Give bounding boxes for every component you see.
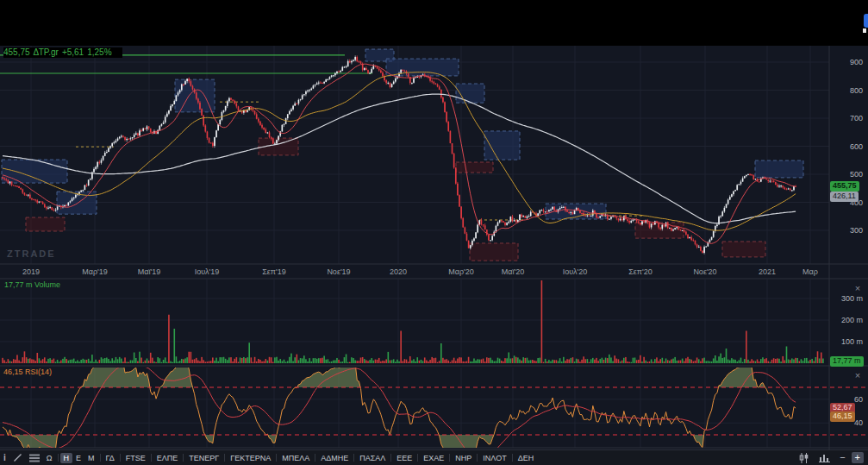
timeframe-button-2[interactable]: Μ	[84, 453, 98, 463]
volume-axis-tick: 300 m	[841, 294, 863, 303]
volume-indicator-label[interactable]: 17,77 m Volume	[4, 280, 60, 289]
x-axis-label: 2021	[759, 267, 776, 276]
legend-price: 455,75	[3, 47, 30, 57]
zone-box-blue	[175, 79, 215, 112]
symbol-button-ΔΕΗ[interactable]: ΔΕΗ	[515, 453, 538, 463]
volume-histogram-icon[interactable]	[815, 453, 834, 462]
legend-symbol: ΔΤΡ.gr	[34, 47, 59, 57]
trading-chart-app: 900800700600500400300300 m200 m100 m6040…	[0, 0, 868, 465]
symbol-button-ΕΧΑΕ[interactable]: ΕΧΑΕ	[420, 453, 447, 463]
zone-box-red	[456, 162, 493, 173]
x-axis-label: Νοε'19	[327, 267, 350, 276]
symbol-button-ΕΛΠΕ[interactable]: ΕΛΠΕ	[153, 453, 182, 463]
zone-box-red	[722, 242, 765, 257]
zoom-out-button[interactable]: −	[836, 452, 848, 463]
edge-white-tick	[863, 28, 866, 33]
symbol-button-ΠΑΣΑΛ[interactable]: ΠΑΣΑΛ	[356, 453, 389, 463]
x-axis-label: Μαϊ'20	[502, 267, 524, 276]
symbol-button-FTSE[interactable]: FTSE	[122, 453, 149, 463]
toolbar-separator	[449, 454, 450, 462]
symbol-button-ΑΔΜΗΕ[interactable]: ΑΔΜΗΕ	[317, 453, 352, 463]
price-axis-tick: 700	[850, 114, 863, 123]
rsi-axis-tick: 60	[854, 395, 863, 404]
zoom-in-button[interactable]: +	[852, 452, 864, 463]
last-price-badge: 455,75	[830, 181, 859, 192]
symbol-shortcut-group: ΓΔFTSEΕΛΠΕΤΕΝΕΡΓΓΕΚΤΕΡΝΑΜΠΕΛΑΑΔΜΗΕΠΑΣΑΛΕ…	[103, 453, 538, 463]
toolbar-separator	[512, 454, 513, 462]
ztrade-watermark: ZTRADE	[7, 248, 56, 259]
x-axis-label: Σεπ'20	[628, 267, 653, 276]
symbol-button-ΓΕΚΤΕΡΝΑ[interactable]: ΓΕΚΤΕΡΝΑ	[227, 453, 274, 463]
toolbar-separator	[390, 454, 391, 462]
ma-price-badge: 426,11	[830, 192, 859, 202]
toolbar-separator	[477, 454, 478, 462]
toolbar-separator	[315, 454, 315, 462]
symbol-button-ΙΝΛΟΤ[interactable]: ΙΝΛΟΤ	[479, 453, 509, 463]
toolbar-separator	[151, 454, 152, 462]
symbol-button-ΤΕΝΕΡΓ[interactable]: ΤΕΝΕΡΓ	[185, 453, 222, 463]
x-axis-label: 2019	[22, 267, 40, 276]
x-axis-label: Ιουλ'19	[195, 267, 220, 276]
zone-box-blue	[57, 192, 97, 214]
zone-box-blue	[386, 59, 459, 76]
toolbar-separator	[58, 454, 59, 462]
zone-box-blue	[755, 160, 803, 178]
edge-blue-indicator	[864, 14, 868, 28]
rsi-panel-close-icon[interactable]: ×	[852, 370, 864, 380]
price-axis-tick: 500	[850, 170, 863, 179]
price-axis-tick: 900	[850, 58, 863, 66]
symbol-button-ΓΔ[interactable]: ΓΔ	[103, 453, 118, 463]
omega-button[interactable]: Ω	[43, 453, 56, 463]
trendline-tool-icon[interactable]	[9, 453, 26, 462]
zone-box-red	[26, 217, 65, 231]
volume-axis-tick: 200 m	[841, 316, 863, 324]
price-axis-tick: 300	[850, 226, 863, 235]
toolbar-separator	[224, 454, 225, 462]
info-icon[interactable]: i	[0, 453, 9, 462]
toolbar-separator	[276, 454, 277, 462]
toolbar-separator	[100, 454, 101, 462]
candlestick-chart-icon[interactable]	[795, 453, 813, 463]
price-axis-tick: 800	[850, 86, 863, 95]
watchlist-icon[interactable]	[26, 454, 43, 462]
rsi-value-badge: 46,15	[830, 412, 855, 422]
zone-box-red	[470, 243, 518, 261]
price-legend[interactable]: 455,75ΔΤΡ.gr+5,611,25%	[3, 47, 122, 58]
bottom-toolbar: i Ω ΗΕΜ ΓΔFTSEΕΛΠΕΤΕΝΕΡΓΓΕΚΤΕΡΝΑΜΠΕΛΑΑΔΜ…	[0, 449, 868, 465]
toolbar-right-group: − +	[795, 452, 868, 463]
x-axis-label: Νοε'20	[693, 267, 716, 276]
volume-axis-tick: 100 m	[841, 337, 863, 346]
x-axis-label: Σεπ'19	[262, 267, 286, 276]
symbol-button-ΝΗΡ[interactable]: ΝΗΡ	[452, 453, 475, 463]
chart-canvas[interactable]: 900800700600500400300300 m200 m100 m6040…	[0, 0, 868, 449]
x-axis-label: Μαϊ'19	[138, 267, 160, 276]
toolbar-separator	[183, 454, 184, 462]
x-axis-label: Μαρ'20	[448, 267, 474, 276]
volume-value-badge: 17,77 m	[830, 356, 864, 367]
legend-change: +5,61	[62, 47, 84, 57]
rsi-axis-tick: 40	[854, 418, 863, 427]
price-axis-tick: 600	[850, 142, 863, 151]
timeframe-group: ΗΕΜ	[60, 453, 98, 463]
timeframe-button-1[interactable]: Ε	[72, 453, 84, 463]
toolbar-separator	[417, 454, 418, 462]
x-axis-label: Ιουλ'20	[563, 267, 588, 276]
x-axis-label: 2020	[390, 267, 407, 276]
timeframe-button-0[interactable]: Η	[60, 453, 73, 463]
rsi-indicator-label[interactable]: 46,15 RSI(14)	[3, 368, 52, 376]
x-axis-label: Μαρ	[802, 267, 818, 276]
legend-change-pct: 1,25%	[87, 47, 111, 57]
x-axis-label: Μαρ'19	[82, 267, 108, 276]
zone-box-blue	[2, 160, 67, 183]
toolbar-separator	[353, 454, 354, 462]
symbol-button-ΕΕΕ[interactable]: ΕΕΕ	[393, 453, 415, 463]
zone-box-red	[635, 223, 684, 238]
top-band-bg	[0, 0, 868, 46]
toolbar-separator	[120, 454, 121, 462]
volume-panel-close-icon[interactable]: ×	[852, 283, 864, 293]
symbol-button-ΜΠΕΛΑ[interactable]: ΜΠΕΛΑ	[278, 453, 313, 463]
